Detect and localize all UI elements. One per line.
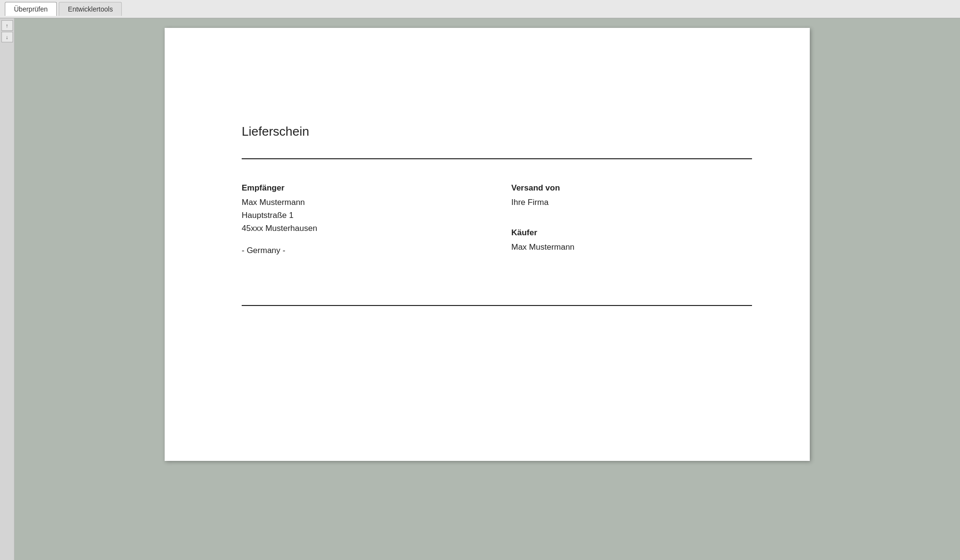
main-content-area: Lieferschein Empfänger Max Mustermann Ha…	[14, 18, 960, 560]
buyer-section: Käufer Max Mustermann	[511, 228, 752, 254]
doc-top-divider	[242, 158, 752, 159]
doc-bottom-divider	[242, 305, 752, 306]
left-sidebar: ↑ ↓	[0, 18, 14, 560]
recipient-section: Empfänger Max Mustermann Hauptstraße 1 4…	[242, 183, 482, 257]
tab-uberpruefen[interactable]: Überprüfen	[5, 2, 57, 16]
recipient-name: Max Mustermann	[242, 196, 482, 209]
doc-body: Empfänger Max Mustermann Hauptstraße 1 4…	[242, 183, 752, 276]
top-tabs-bar: Überprüfen Entwicklertools	[0, 0, 960, 18]
buyer-value: Max Mustermann	[511, 241, 752, 254]
recipient-street: Hauptstraße 1	[242, 209, 482, 222]
recipient-label: Empfänger	[242, 183, 482, 193]
recipient-city: 45xxx Musterhausen	[242, 222, 482, 235]
doc-col-right: Versand von Ihre Firma Käufer Max Muster…	[511, 183, 752, 276]
sidebar-btn-1[interactable]: ↑	[1, 20, 13, 31]
sidebar-btn-2[interactable]: ↓	[1, 32, 13, 42]
buyer-label: Käufer	[511, 228, 752, 238]
recipient-country: - Germany -	[242, 244, 482, 257]
doc-col-left: Empfänger Max Mustermann Hauptstraße 1 4…	[242, 183, 482, 276]
ship-from-value: Ihre Firma	[511, 196, 752, 209]
ship-from-label: Versand von	[511, 183, 752, 193]
ship-from-section: Versand von Ihre Firma	[511, 183, 752, 209]
document-title: Lieferschein	[242, 124, 752, 139]
document-page: Lieferschein Empfänger Max Mustermann Ha…	[165, 28, 810, 461]
tab-entwicklertools[interactable]: Entwicklertools	[59, 2, 122, 16]
